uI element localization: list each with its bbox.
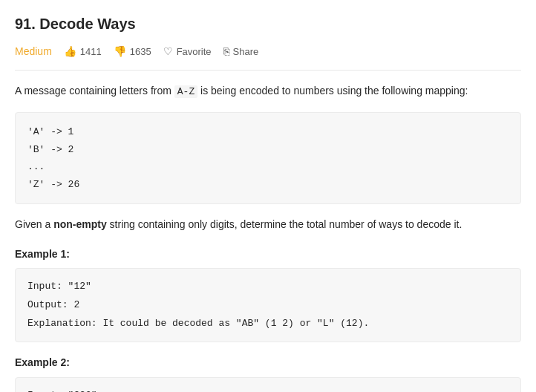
dislikes-count: 1635 [130, 46, 151, 57]
problem-description: A message containing letters from A-Z is… [15, 82, 521, 100]
thumbs-down-icon: 👎 [114, 45, 126, 57]
example-1-title: Example 1: [15, 246, 521, 262]
task-suffix: string containing only digits, determine… [107, 218, 463, 230]
mapping-line-2: 'B' -> 2 [27, 141, 509, 158]
example-2-title: Example 2: [15, 354, 521, 370]
mapping-line-3: ... [27, 158, 509, 175]
example-2-section: Example 2: Input: "226" Output: 3 Explan… [15, 354, 521, 392]
favorite-button[interactable]: ♡ Favorite [163, 45, 212, 57]
difficulty-badge[interactable]: Medium [15, 43, 52, 59]
description-intro2: is being encoded to numbers using the fo… [197, 85, 468, 97]
likes-button[interactable]: 👍 1411 [64, 45, 102, 57]
example-1-block: Input: "12" Output: 2 Explanation: It co… [15, 268, 521, 342]
mapping-line-4: 'Z' -> 26 [27, 176, 509, 193]
thumbs-up-icon: 👍 [64, 45, 76, 57]
task-prefix: Given a [15, 218, 53, 230]
example-2-input: Input: "226" [27, 387, 509, 392]
share-label: Share [233, 46, 259, 57]
problem-title: 91. Decode Ways [15, 12, 521, 36]
mapping-line-1: 'A' -> 1 [27, 123, 509, 140]
meta-row: Medium 👍 1411 👎 1635 ♡ Favorite ⎘ Share [15, 43, 521, 71]
favorite-label: Favorite [177, 46, 212, 57]
share-icon: ⎘ [223, 45, 229, 57]
example-1-input: Input: "12" [27, 278, 509, 296]
mapping-block: 'A' -> 1 'B' -> 2 ... 'Z' -> 26 [15, 112, 521, 204]
example-1-output: Output: 2 [27, 296, 509, 315]
task-bold: non-empty [53, 218, 107, 230]
example-1-explanation: Explanation: It could be decoded as "AB"… [27, 315, 509, 333]
range-code: A-Z [174, 85, 197, 98]
likes-count: 1411 [80, 46, 102, 57]
dislikes-button[interactable]: 👎 1635 [114, 45, 151, 57]
task-description: Given a non-empty string containing only… [15, 216, 521, 234]
share-button[interactable]: ⎘ Share [223, 45, 259, 57]
example-1-section: Example 1: Input: "12" Output: 2 Explana… [15, 246, 521, 342]
heart-icon: ♡ [163, 45, 173, 57]
description-intro: A message containing letters from [15, 85, 174, 97]
example-2-block: Input: "226" Output: 3 Explanation: It c… [15, 377, 521, 392]
